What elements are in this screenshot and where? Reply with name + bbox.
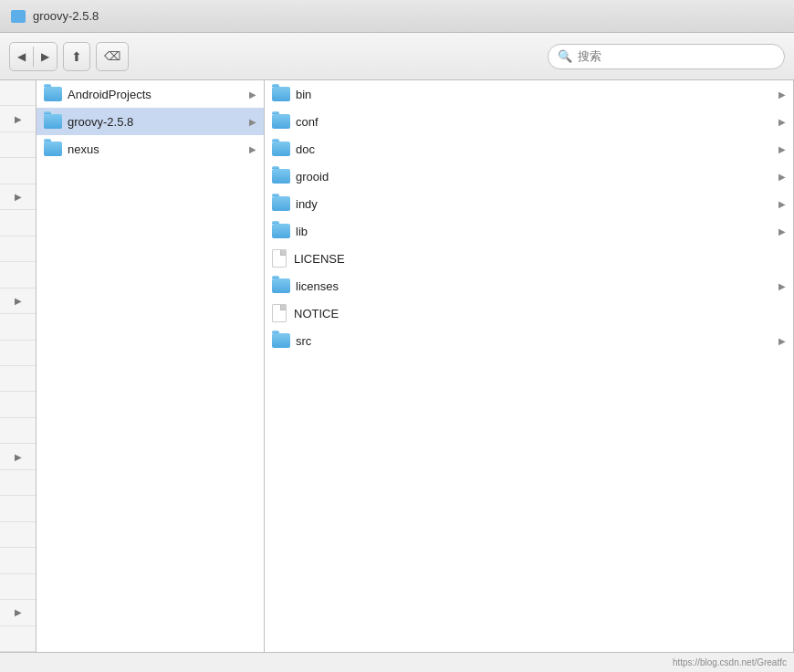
content-area: ▶▶▶▶▶ AndroidProjects▶groovy-2.5.8▶nexus…	[0, 80, 794, 652]
right-item-NOTICE[interactable]: NOTICE	[265, 299, 793, 327]
sidebar-expand-row[interactable]: ▶	[0, 289, 36, 314]
sidebar-expand-row[interactable]: ▶	[0, 444, 36, 469]
sidebar-expand-row	[0, 470, 36, 496]
right-item-doc[interactable]: doc▶	[265, 135, 793, 163]
back-button[interactable]: ◀	[10, 47, 34, 67]
left-item-nexus[interactable]: nexus▶	[37, 135, 264, 163]
sidebar-expand-row	[0, 548, 36, 573]
chevron-right-icon: ▶	[249, 117, 256, 127]
file-icon	[272, 249, 287, 268]
chevron-right-icon: ▶	[778, 172, 786, 182]
sidebar-expand-row	[0, 626, 36, 652]
chevron-right-icon: ▶	[778, 89, 786, 100]
search-input[interactable]	[578, 49, 775, 63]
chevron-right-icon: ▶	[778, 226, 786, 236]
folder-icon	[272, 224, 290, 238]
sidebar-expand-row[interactable]: ▶	[0, 184, 36, 210]
item-label: grooid	[296, 170, 775, 184]
chevron-right-icon: ▶	[778, 144, 786, 154]
left-column: AndroidProjects▶groovy-2.5.8▶nexus▶	[37, 80, 265, 652]
sidebar-expand-row	[0, 574, 36, 600]
folder-icon	[272, 87, 290, 101]
file-icon	[272, 304, 287, 322]
sidebar-expand-row	[0, 418, 36, 444]
title-bar: groovy-2.5.8	[0, 0, 794, 33]
item-label: conf	[296, 115, 775, 129]
folder-icon	[44, 142, 62, 156]
title-bar-folder-icon	[11, 10, 26, 23]
sidebar-expand-row	[0, 158, 36, 184]
extra-sidebar: ▶▶▶▶▶	[0, 80, 37, 652]
expand-arrow-icon[interactable]: ▶	[15, 607, 22, 617]
sidebar-expand-row[interactable]: ▶	[0, 106, 36, 131]
search-box: 🔍	[548, 44, 785, 69]
expand-arrow-icon[interactable]: ▶	[15, 192, 22, 202]
sidebar-expand-row	[0, 341, 36, 366]
right-item-LICENSE[interactable]: LICENSE	[265, 245, 793, 272]
left-item-android-projects[interactable]: AndroidProjects▶	[37, 80, 264, 108]
right-item-indy[interactable]: indy▶	[265, 190, 793, 217]
expand-arrow-icon[interactable]: ▶	[15, 296, 22, 306]
left-item-groovy-258[interactable]: groovy-2.5.8▶	[37, 108, 264, 135]
chevron-right-icon: ▶	[778, 199, 786, 209]
folder-icon	[272, 142, 290, 156]
folder-icon	[272, 196, 290, 211]
right-item-grooid[interactable]: grooid▶	[265, 163, 793, 190]
right-item-bin[interactable]: bin▶	[265, 80, 793, 108]
folder-icon	[272, 333, 290, 348]
item-label: src	[296, 334, 775, 348]
folder-icon	[272, 278, 290, 293]
item-label: AndroidProjects	[68, 88, 246, 101]
sidebar-expand-row	[0, 80, 36, 106]
right-item-src[interactable]: src▶	[265, 327, 793, 354]
item-label: nexus	[68, 142, 246, 156]
sidebar-expand-row	[0, 236, 36, 262]
sidebar-expand-row	[0, 496, 36, 521]
title-bar-title: groovy-2.5.8	[33, 9, 99, 23]
item-label: groovy-2.5.8	[68, 115, 246, 129]
folder-icon	[272, 114, 290, 129]
sidebar-expand-row	[0, 314, 36, 340]
chevron-right-icon: ▶	[778, 281, 786, 291]
item-label: doc	[296, 142, 775, 156]
nav-arrows-group: ◀ ▶	[9, 42, 57, 71]
item-label: NOTICE	[294, 307, 786, 320]
sidebar-expand-row[interactable]: ▶	[0, 600, 36, 625]
sidebar-expand-row	[0, 210, 36, 236]
toolbar: ◀ ▶ ⬆ ⌫ 🔍	[0, 33, 794, 80]
bottom-bar: https://blog.csdn.net/Greatfc	[0, 652, 794, 672]
chevron-right-icon: ▶	[249, 144, 256, 154]
right-column: bin▶conf▶doc▶grooid▶indy▶lib▶LICENSElice…	[265, 80, 794, 652]
item-label: licenses	[296, 279, 775, 293]
sidebar-expand-row	[0, 132, 36, 158]
sidebar-expand-row	[0, 366, 36, 392]
sidebar-expand-row	[0, 392, 36, 417]
chevron-right-icon: ▶	[778, 117, 786, 127]
forward-button[interactable]: ▶	[34, 47, 57, 67]
right-item-lib[interactable]: lib▶	[265, 217, 793, 245]
search-icon: 🔍	[558, 49, 572, 63]
expand-arrow-icon[interactable]: ▶	[15, 114, 22, 124]
share-button[interactable]: ⬆	[63, 42, 90, 71]
chevron-right-icon: ▶	[778, 336, 786, 346]
item-label: bin	[296, 88, 775, 101]
item-label: LICENSE	[294, 252, 786, 266]
watermark: https://blog.csdn.net/Greatfc	[673, 657, 787, 667]
sidebar-expand-row	[0, 522, 36, 548]
folder-icon	[272, 169, 290, 184]
expand-arrow-icon[interactable]: ▶	[15, 452, 22, 462]
right-item-licenses[interactable]: licenses▶	[265, 272, 793, 299]
sidebar-expand-row	[0, 262, 36, 288]
folder-icon	[44, 114, 62, 129]
item-label: lib	[296, 225, 775, 238]
item-label: indy	[296, 197, 775, 211]
right-item-conf[interactable]: conf▶	[265, 108, 793, 135]
delete-button[interactable]: ⌫	[96, 42, 129, 71]
chevron-right-icon: ▶	[249, 89, 256, 100]
folder-icon	[44, 87, 62, 101]
